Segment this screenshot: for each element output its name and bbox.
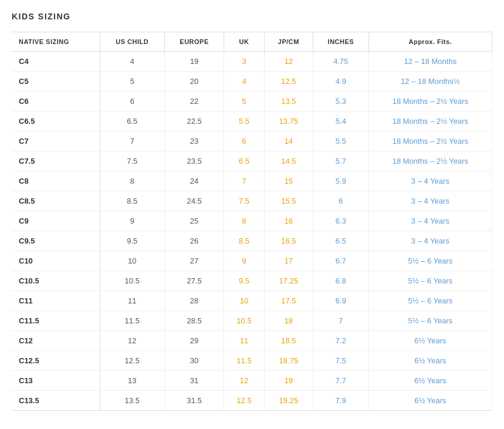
cell-us: 12.5	[100, 351, 164, 371]
cell-jpcm: 18	[264, 311, 313, 331]
table-row: C10.510.527.59.517.256.85½ – 6 Years	[12, 271, 492, 291]
cell-us: 4	[100, 52, 164, 72]
cell-uk: 11.5	[224, 351, 265, 371]
cell-jpcm: 12	[264, 52, 313, 72]
cell-uk: 7	[224, 171, 265, 191]
cell-uk: 10	[224, 291, 265, 311]
page-title: KIDS SIZING	[12, 12, 492, 21]
cell-jpcm: 17.5	[264, 291, 313, 311]
cell-uk: 11	[224, 331, 265, 351]
cell-native: C8	[12, 171, 100, 191]
table-row: C1212291118.57.26½ Years	[12, 331, 492, 351]
cell-uk: 8	[224, 211, 265, 231]
cell-us: 10	[100, 251, 164, 271]
cell-uk: 4	[224, 72, 265, 92]
cell-us: 7	[100, 131, 164, 151]
cell-us: 9	[100, 211, 164, 231]
cell-jpcm: 18.75	[264, 351, 313, 371]
table-row: C9.59.5268.516.56.53 – 4 Years	[12, 231, 492, 251]
cell-europe: 25	[164, 211, 224, 231]
cell-fits: 18 Months – 2½ Years	[368, 151, 492, 171]
cell-europe: 19	[164, 52, 224, 72]
cell-fits: 18 Months – 2½ Years	[368, 112, 492, 131]
cell-us: 13	[100, 371, 164, 391]
cell-us: 8.5	[100, 191, 164, 211]
cell-inches: 6.9	[313, 291, 369, 311]
cell-us: 7.5	[100, 151, 164, 171]
cell-inches: 5.4	[313, 112, 369, 131]
cell-europe: 22.5	[164, 112, 224, 131]
cell-fits: 6½ Years	[368, 371, 492, 391]
cell-uk: 5	[224, 92, 265, 112]
cell-europe: 23.5	[164, 151, 224, 171]
cell-inches: 5.9	[313, 171, 369, 191]
cell-uk: 6	[224, 131, 265, 151]
cell-uk: 8.5	[224, 231, 265, 251]
cell-native: C11.5	[12, 311, 100, 331]
cell-uk: 3	[224, 52, 265, 72]
table-row: C11.511.528.510.51875½ – 6 Years	[12, 311, 492, 331]
cell-native: C13	[12, 371, 100, 391]
cell-jpcm: 14.5	[264, 151, 313, 171]
cell-us: 8	[100, 171, 164, 191]
table-row: C1111281017.56.95½ – 6 Years	[12, 291, 492, 311]
cell-jpcm: 15.5	[264, 191, 313, 211]
cell-inches: 7	[313, 311, 369, 331]
table-row: C1010279176.75½ – 6 Years	[12, 251, 492, 271]
table-row: C5520412.54.912 – 18 Months½	[12, 72, 492, 92]
cell-native: C12.5	[12, 351, 100, 371]
cell-jpcm: 19.25	[264, 391, 313, 411]
cell-jpcm: 12.5	[264, 72, 313, 92]
cell-jpcm: 13.5	[264, 92, 313, 112]
cell-inches: 5.7	[313, 151, 369, 171]
cell-native: C9.5	[12, 231, 100, 251]
cell-fits: 3 – 4 Years	[368, 191, 492, 211]
table-row: C77236145.518 Months – 2½ Years	[12, 131, 492, 151]
cell-inches: 4.75	[313, 52, 369, 72]
cell-native: C13.5	[12, 391, 100, 411]
cell-fits: 6½ Years	[368, 351, 492, 371]
cell-uk: 5.5	[224, 112, 265, 131]
cell-europe: 24.5	[164, 191, 224, 211]
col-header-fits: Approx. Fits.	[368, 32, 492, 52]
cell-inches: 6.8	[313, 271, 369, 291]
cell-uk: 12	[224, 371, 265, 391]
cell-native: C12	[12, 331, 100, 351]
cell-native: C7.5	[12, 151, 100, 171]
cell-inches: 7.5	[313, 351, 369, 371]
cell-jpcm: 13.75	[264, 112, 313, 131]
cell-native: C9	[12, 211, 100, 231]
cell-us: 12	[100, 331, 164, 351]
cell-europe: 24	[164, 171, 224, 191]
table-row: C44193124.7512 – 18 Months	[12, 52, 492, 72]
cell-jpcm: 15	[264, 171, 313, 191]
table-row: C88247155.93 – 4 Years	[12, 171, 492, 191]
cell-us: 9.5	[100, 231, 164, 251]
cell-inches: 7.2	[313, 331, 369, 351]
cell-europe: 31	[164, 371, 224, 391]
cell-jpcm: 17	[264, 251, 313, 271]
cell-uk: 9.5	[224, 271, 265, 291]
cell-europe: 31.5	[164, 391, 224, 411]
cell-europe: 22	[164, 92, 224, 112]
cell-native: C11	[12, 291, 100, 311]
cell-inches: 7.7	[313, 371, 369, 391]
cell-inches: 5.3	[313, 92, 369, 112]
col-header-native: NATIVE SIZING	[12, 32, 100, 52]
sizing-table: NATIVE SIZING US CHILD EUROPE UK JP/CM I…	[12, 32, 492, 411]
cell-us: 11.5	[100, 311, 164, 331]
cell-us: 5	[100, 72, 164, 92]
table-row: C6622513.55.318 Months – 2½ Years	[12, 92, 492, 112]
cell-native: C10.5	[12, 271, 100, 291]
cell-native: C7	[12, 131, 100, 151]
table-row: C13133112197.76½ Years	[12, 371, 492, 391]
cell-fits: 18 Months – 2½ Years	[368, 131, 492, 151]
cell-fits: 6½ Years	[368, 331, 492, 351]
table-row: C13.513.531.512.519.257.96½ Years	[12, 391, 492, 411]
cell-fits: 5½ – 6 Years	[368, 251, 492, 271]
cell-uk: 7.5	[224, 191, 265, 211]
col-header-uk: UK	[224, 32, 265, 52]
cell-us: 13.5	[100, 391, 164, 411]
cell-europe: 27	[164, 251, 224, 271]
cell-europe: 26	[164, 231, 224, 251]
